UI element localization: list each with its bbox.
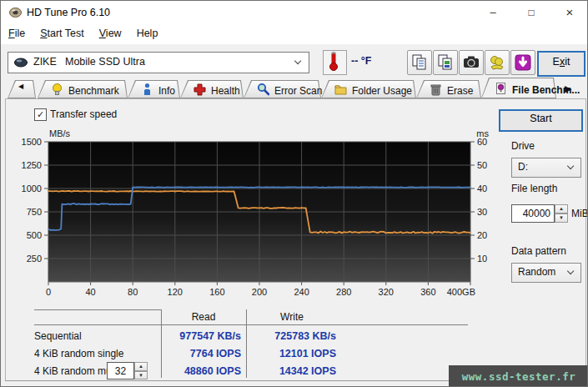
x-tick-label: 120 xyxy=(168,287,183,297)
menu-item-start-test[interactable]: Start Test xyxy=(33,24,92,43)
donate-hand-icon xyxy=(488,53,506,72)
chevron-down-icon xyxy=(567,163,575,170)
column-header-read: Read xyxy=(162,311,245,323)
menu-bar: FileStart TestViewHelp xyxy=(1,24,588,44)
file-length-label: File length xyxy=(511,183,557,194)
y-right-tick-label: 60 xyxy=(477,137,487,147)
x-tick-label: 320 xyxy=(379,287,394,297)
drive-selector-dropdown[interactable]: ZIKE Mobile SSD Ultra xyxy=(8,52,309,73)
spinner-down-icon[interactable]: ▼ xyxy=(555,214,568,223)
x-tick-label: 40 xyxy=(85,287,95,297)
exit-button[interactable]: Exit xyxy=(537,51,585,77)
spinner-up-icon[interactable]: ▲ xyxy=(555,204,568,214)
x-tick-label: 400GB xyxy=(447,287,475,297)
save-results-button[interactable] xyxy=(510,50,535,75)
chevron-down-icon xyxy=(294,58,302,65)
tab-scroll-left-button[interactable]: ◀ xyxy=(8,80,36,98)
drive-model: Mobile SSD Ultra xyxy=(65,56,145,68)
window-title: HD Tune Pro 6.10 xyxy=(27,7,110,18)
random-multi-read-value: 48860 IOPS xyxy=(161,365,241,377)
error-scan-magnifier-icon xyxy=(257,83,269,98)
save-results-icon xyxy=(514,53,532,72)
tab-file-benchm[interactable]: File Benchm... xyxy=(481,78,556,98)
arrow-left-icon: ◀ xyxy=(18,83,33,90)
spinner-down-icon[interactable]: ▼ xyxy=(134,371,148,380)
random-multi-write-value: 14342 IOPS xyxy=(248,365,336,377)
watermark: www.ssd-tester.fr xyxy=(449,365,588,387)
tab-info[interactable]: Info xyxy=(128,80,180,98)
random-single-read-value: 7764 IOPS xyxy=(161,348,241,359)
x-tick-label: 160 xyxy=(209,287,224,297)
tab-health[interactable]: Health xyxy=(180,80,244,98)
drive-dropdown[interactable]: D: xyxy=(511,158,581,178)
temperature-thermometer-icon[interactable] xyxy=(323,50,347,75)
tab-bar: ◀BenchmarkInfoHealthError ScanFolder Usa… xyxy=(1,80,588,98)
health-cross-icon xyxy=(193,83,206,98)
file-length-input[interactable]: 40000 xyxy=(511,204,555,223)
data-pattern-label: Data pattern xyxy=(511,245,566,257)
y-right-tick-label: 10 xyxy=(477,254,487,264)
temperature-value: -- °F xyxy=(351,55,371,67)
info-icon xyxy=(141,83,153,98)
tab-erase[interactable]: Erase xyxy=(416,80,481,98)
menu-item-file[interactable]: File xyxy=(1,24,33,43)
menu-item-help[interactable]: Help xyxy=(129,24,166,43)
y-right-tick-label: 30 xyxy=(477,207,487,217)
random-single-write-value: 12101 IOPS xyxy=(248,348,336,359)
x-tick-label: 200 xyxy=(252,287,267,297)
y-right-tick-label: 20 xyxy=(477,230,487,240)
x-tick-label: 240 xyxy=(294,287,309,297)
app-disk-icon xyxy=(9,7,22,18)
x-tick-label: 80 xyxy=(128,287,138,297)
screenshot-camera-icon xyxy=(462,53,480,72)
y-left-tick-label: 1500 xyxy=(22,137,42,147)
title-bar: HD Tune Pro 6.10 – □ × xyxy=(1,1,588,24)
y-right-tick-label: 40 xyxy=(477,183,487,194)
x-tick-label: 0 xyxy=(46,287,51,297)
close-button[interactable]: × xyxy=(550,1,588,24)
file-length-spinner[interactable]: ▲ ▼ xyxy=(555,204,568,223)
maximize-button[interactable]: □ xyxy=(512,1,550,24)
copy-image-button[interactable] xyxy=(433,50,458,75)
file-benchmark-icon xyxy=(495,82,507,98)
copy-button[interactable] xyxy=(407,50,432,75)
y-left-tick-label: 1000 xyxy=(22,183,42,194)
queue-depth-input[interactable]: 32 xyxy=(107,362,134,379)
y-right-tick-label: 50 xyxy=(477,160,487,170)
data-pattern-value: Random xyxy=(518,266,555,278)
x-tick-label: 360 xyxy=(420,287,435,297)
table-top-line xyxy=(34,309,161,310)
copy-image-icon xyxy=(436,53,455,72)
x-tick-label: 280 xyxy=(336,287,351,297)
folder-icon xyxy=(334,83,347,98)
transfer-speed-chart: MB/sms1500125010007505002506050403020100… xyxy=(1,124,588,304)
y-left-tick-label: 500 xyxy=(27,230,42,240)
queue-depth-spinner[interactable]: ▲ ▼ xyxy=(134,362,148,379)
row-random-single-label: 4 KiB random single xyxy=(34,348,123,359)
y-left-tick-label: 250 xyxy=(27,254,42,264)
sequential-write-value: 725783 KB/s xyxy=(248,330,336,342)
spinner-up-icon[interactable]: ▲ xyxy=(134,362,148,371)
y-axis-left-unit-label: MB/s xyxy=(49,128,71,138)
screenshot-button[interactable] xyxy=(459,50,484,75)
drive-label: Drive xyxy=(511,140,535,152)
menu-item-view[interactable]: View xyxy=(92,24,129,43)
drive-dropdown-value: D: xyxy=(518,161,528,173)
table-header-line xyxy=(34,324,468,325)
drive-brand: ZIKE xyxy=(33,56,57,68)
sequential-read-value: 977547 KB/s xyxy=(161,330,241,342)
tab-folder-usage[interactable]: Folder Usage xyxy=(321,80,416,98)
data-pattern-dropdown[interactable]: Random xyxy=(511,263,581,283)
transfer-speed-label: Transfer speed xyxy=(50,108,117,120)
tab-error-scan[interactable]: Error Scan xyxy=(244,80,321,98)
erase-trash-icon xyxy=(430,83,442,98)
donate-button[interactable] xyxy=(485,50,510,75)
transfer-speed-checkbox[interactable]: ✓ xyxy=(34,108,47,121)
column-header-write: Write xyxy=(248,311,336,323)
minimize-button[interactable]: – xyxy=(474,1,512,24)
y-left-tick-label: 1250 xyxy=(22,160,42,170)
table-vline-2 xyxy=(246,309,247,378)
tab-benchmark[interactable]: Benchmark xyxy=(38,80,128,98)
benchmark-bulb-icon xyxy=(51,83,63,98)
y-left-tick-label: 750 xyxy=(27,207,42,217)
